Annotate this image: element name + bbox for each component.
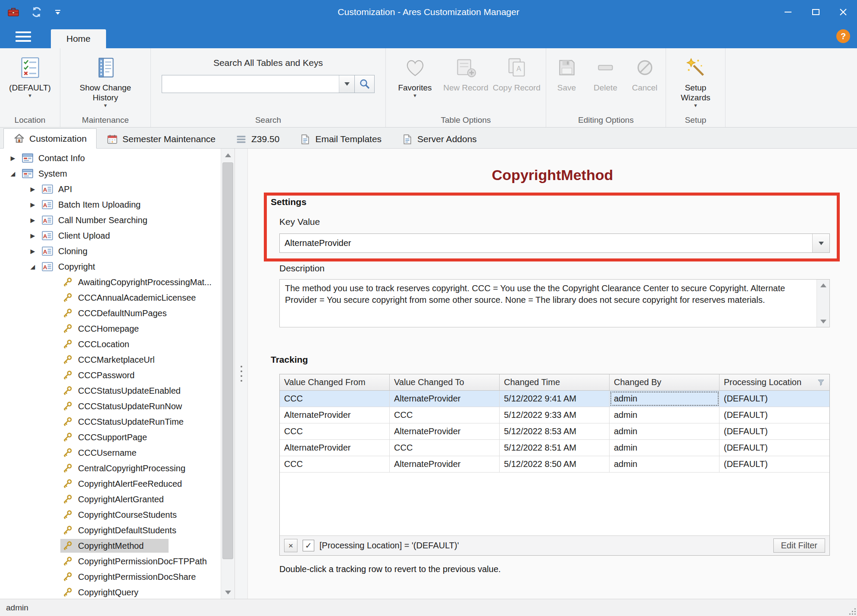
table-cell[interactable]: AlternateProvider	[390, 391, 500, 407]
tree-item[interactable]: CopyrightDefaultStudents	[0, 523, 221, 538]
search-button[interactable]	[355, 75, 375, 93]
tree-item[interactable]: CopyrightPermissionDocFTPPath	[0, 554, 221, 569]
resize-grip[interactable]	[849, 608, 856, 615]
table-cell[interactable]: CCC	[280, 391, 390, 407]
expanded-arrow-icon[interactable]: ◢	[5, 170, 21, 177]
cancel-button[interactable]: Cancel	[626, 52, 664, 93]
description-scrollbar[interactable]	[816, 280, 829, 327]
column-header-value-changed-to[interactable]: Value Changed To	[390, 374, 500, 390]
table-row[interactable]: AlternateProviderCCC5/12/2022 9:33 AMadm…	[280, 407, 829, 423]
tree-item[interactable]: CopyrightCourseStudents	[0, 507, 221, 523]
minimize-button[interactable]	[774, 0, 802, 24]
collapsed-arrow-icon[interactable]: ▶	[25, 217, 41, 224]
table-cell[interactable]: admin	[610, 440, 719, 456]
scroll-down-button[interactable]	[221, 586, 235, 599]
scroll-up-button[interactable]	[817, 280, 829, 291]
filter-checkbox[interactable]: ✓	[303, 540, 314, 551]
tree-item[interactable]: CCCStatusUpdateRunNow	[0, 398, 221, 414]
collapsed-arrow-icon[interactable]: ▶	[5, 155, 21, 162]
table-cell[interactable]: 5/12/2022 9:33 AM	[500, 407, 610, 423]
key-value-input[interactable]	[280, 234, 812, 252]
tab-email-templates[interactable]: Email Templates	[289, 130, 391, 148]
tree-item[interactable]: ◢System	[0, 166, 221, 181]
table-cell[interactable]: AlternateProvider	[390, 456, 500, 472]
tree-item[interactable]: ▶Contact Info	[0, 150, 221, 166]
collapsed-arrow-icon[interactable]: ▶	[25, 232, 41, 239]
app-menu-button[interactable]	[12, 30, 34, 43]
table-cell[interactable]: AlternateProvider	[280, 440, 390, 456]
table-cell[interactable]: (DEFAULT)	[719, 440, 829, 456]
tab-server-addons[interactable]: Server Addons	[391, 130, 487, 148]
tab-semester-maintenance[interactable]: Semester Maintenance	[97, 130, 225, 148]
copy-record-button[interactable]: A Copy Record	[491, 52, 542, 93]
tree-item[interactable]: CopyrightQuery	[0, 585, 221, 599]
tree-item[interactable]: CCCMarketplaceUrl	[0, 352, 221, 367]
tree-item[interactable]: AwaitingCopyrightProcessingMat...	[0, 274, 221, 290]
tree-item[interactable]: CCCAnnualAcademicLicensee	[0, 290, 221, 305]
table-row[interactable]: AlternateProviderCCC5/12/2022 8:51 AMadm…	[280, 440, 829, 456]
search-input[interactable]	[162, 75, 339, 93]
table-cell[interactable]: (DEFAULT)	[719, 456, 829, 472]
tree-item[interactable]: CentralCopyrightProcessing	[0, 460, 221, 476]
tree-item[interactable]: CCCPassword	[0, 367, 221, 383]
table-cell[interactable]: admin	[610, 456, 719, 472]
table-cell[interactable]: 5/12/2022 8:50 AM	[500, 456, 610, 472]
table-cell[interactable]: CCC	[390, 440, 500, 456]
description-box[interactable]: The method you use to track reserves cop…	[279, 279, 830, 327]
tree-item[interactable]: CCCLocation	[0, 336, 221, 352]
table-row[interactable]: CCCAlternateProvider5/12/2022 8:50 AMadm…	[280, 456, 829, 473]
table-cell[interactable]: admin	[610, 407, 719, 423]
tree-item[interactable]: CCCHomepage	[0, 321, 221, 336]
table-cell[interactable]: AlternateProvider	[280, 407, 390, 423]
table-cell[interactable]: CCC	[280, 456, 390, 472]
search-combobox[interactable]	[162, 75, 355, 93]
table-cell[interactable]: AlternateProvider	[390, 423, 500, 439]
key-value-dropdown-button[interactable]	[812, 234, 829, 252]
delete-button[interactable]: Delete	[586, 52, 626, 93]
toolbox-button[interactable]	[5, 4, 22, 20]
tree-item[interactable]: CopyrightAlertGranted	[0, 492, 221, 507]
sync-button[interactable]	[28, 4, 45, 20]
splitter-handle[interactable]	[235, 149, 248, 599]
setup-wizards-button[interactable]: Setup Wizards ▾	[670, 52, 722, 109]
collapsed-arrow-icon[interactable]: ▶	[25, 201, 41, 208]
tab-home[interactable]: Home	[51, 29, 106, 48]
help-button[interactable]: ?	[836, 29, 850, 43]
table-cell[interactable]: 5/12/2022 9:41 AM	[500, 391, 610, 407]
table-cell[interactable]: (DEFAULT)	[719, 423, 829, 439]
column-header-changed-by[interactable]: Changed By	[610, 374, 719, 390]
tree-item[interactable]: ▶ACall Number Searching	[0, 212, 221, 228]
table-cell[interactable]: admin	[610, 391, 719, 407]
column-header-processing-location[interactable]: Processing Location	[719, 374, 829, 390]
expanded-arrow-icon[interactable]: ◢	[25, 263, 41, 270]
table-cell[interactable]: 5/12/2022 8:51 AM	[500, 440, 610, 456]
save-button[interactable]: Save	[548, 52, 586, 93]
tree-item[interactable]: ▶AClient Upload	[0, 228, 221, 243]
edit-filter-button[interactable]: Edit Filter	[773, 538, 825, 553]
maximize-button[interactable]	[802, 0, 829, 24]
qat-dropdown-button[interactable]	[55, 10, 60, 15]
search-dropdown-button[interactable]	[339, 75, 354, 93]
collapsed-arrow-icon[interactable]: ▶	[25, 248, 41, 255]
filter-icon[interactable]	[817, 378, 825, 386]
tree-item[interactable]: ◢ACopyright	[0, 259, 221, 274]
table-cell[interactable]: 5/12/2022 8:53 AM	[500, 423, 610, 439]
close-button[interactable]	[829, 0, 857, 24]
tree-item[interactable]: CopyrightPermissionDocShare	[0, 569, 221, 585]
tree-scrollbar[interactable]	[221, 149, 235, 599]
tab-z39-50[interactable]: Z39.50	[225, 130, 289, 148]
tree-item[interactable]: ▶AAPI	[0, 181, 221, 197]
tree-item[interactable]: CCCStatusUpdateRunTime	[0, 414, 221, 429]
table-cell[interactable]: admin	[610, 423, 719, 439]
key-value-combobox[interactable]	[279, 233, 830, 253]
table-cell[interactable]: CCC	[390, 407, 500, 423]
column-header-value-changed-from[interactable]: Value Changed From	[280, 374, 390, 390]
table-row[interactable]: CCCAlternateProvider5/12/2022 8:53 AMadm…	[280, 423, 829, 440]
column-header-changed-time[interactable]: Changed Time	[500, 374, 610, 390]
table-row[interactable]: CCCAlternateProvider5/12/2022 9:41 AMadm…	[280, 391, 829, 407]
show-change-history-button[interactable]: Show Change History ▾	[67, 52, 144, 109]
default-location-button[interactable]: (DEFAULT) ▾	[4, 52, 56, 99]
tree-item[interactable]: ▶ABatch Item Uploading	[0, 197, 221, 212]
tree-item[interactable]: CCCUsername	[0, 445, 221, 460]
scrollbar-thumb[interactable]	[222, 162, 233, 559]
